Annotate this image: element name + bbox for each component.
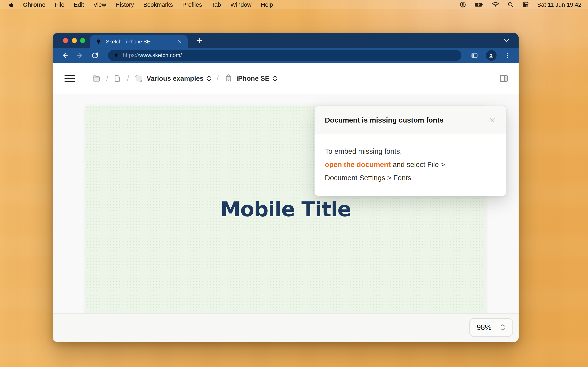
sketch-favicon-icon xyxy=(95,38,102,45)
workspace-folder-button[interactable] xyxy=(92,74,101,83)
popup-text-line2-rest: and select File > xyxy=(391,160,445,168)
popup-text-line2: open the document and select File > xyxy=(325,158,496,171)
page-select[interactable]: Various examples xyxy=(134,74,211,83)
menu-item-bookmarks[interactable]: Bookmarks xyxy=(139,1,178,8)
breadcrumb: / / Various examples / iPhone xyxy=(92,74,277,83)
popup-text-line1: To embed missing fonts, xyxy=(325,145,496,158)
battery-charging-icon[interactable] xyxy=(474,1,484,8)
menu-item-help[interactable]: Help xyxy=(256,1,278,8)
breadcrumb-separator: / xyxy=(217,74,219,83)
open-document-link[interactable]: open the document xyxy=(325,160,391,168)
toggle-right-panel-icon[interactable] xyxy=(499,74,509,83)
menu-item-window[interactable]: Window xyxy=(226,1,256,8)
page-name: Various examples xyxy=(147,75,204,82)
artboard-name: iPhone SE xyxy=(236,75,269,82)
popup-close-icon[interactable] xyxy=(489,117,496,124)
menu-item-chrome[interactable]: Chrome xyxy=(18,1,50,8)
page-frame-icon xyxy=(134,74,143,83)
menu-bar-left: Chrome File Edit View History Bookmarks … xyxy=(5,1,278,8)
menu-item-history[interactable]: History xyxy=(111,1,139,8)
traffic-lights xyxy=(63,38,85,43)
menu-item-profiles[interactable]: Profiles xyxy=(178,1,207,8)
forward-button[interactable] xyxy=(76,52,84,59)
popup-text-line3: Document Settings > Fonts xyxy=(325,171,496,184)
back-button[interactable] xyxy=(61,52,68,59)
new-tab-button[interactable] xyxy=(196,37,203,44)
zoom-control[interactable]: 98% xyxy=(469,318,513,337)
menu-item-file[interactable]: File xyxy=(50,1,69,8)
site-favicon-icon xyxy=(113,53,119,58)
browser-menu-kebab-icon[interactable] xyxy=(504,52,510,59)
apple-menu[interactable] xyxy=(5,1,18,8)
zoom-stepper-icon[interactable] xyxy=(500,324,506,331)
menu-bar-clock[interactable]: Sat 11 Jun 19:42 xyxy=(537,1,583,8)
tab-search-chevron-icon[interactable] xyxy=(503,38,510,43)
profile-avatar[interactable] xyxy=(486,50,497,61)
browser-toolbar: https://www.sketch.com/ xyxy=(53,48,519,63)
tab-strip: Sketch - iPhone SE xyxy=(53,33,519,48)
side-panel-icon[interactable] xyxy=(471,52,478,59)
design-canvas[interactable]: Mobile Title Document is missing custom … xyxy=(53,94,519,313)
minimize-window-button[interactable] xyxy=(72,38,77,43)
artboard-select[interactable]: iPhone SE xyxy=(224,74,277,83)
menu-item-edit[interactable]: Edit xyxy=(69,1,89,8)
url-bar[interactable]: https://www.sketch.com/ xyxy=(108,50,461,61)
fullscreen-window-button[interactable] xyxy=(80,38,85,43)
zoom-value[interactable]: 98% xyxy=(477,323,492,332)
document-button[interactable] xyxy=(113,74,122,83)
breadcrumb-separator: / xyxy=(127,74,129,83)
popup-header: Document is missing custom fonts xyxy=(315,106,506,134)
missing-fonts-popup: Document is missing custom fonts To embe… xyxy=(314,106,507,196)
url-scheme: https:// xyxy=(123,52,139,58)
close-window-button[interactable] xyxy=(63,38,68,43)
apple-logo-icon xyxy=(8,1,14,8)
main-menu-button[interactable] xyxy=(65,75,75,82)
tab-title: Sketch - iPhone SE xyxy=(106,39,173,45)
menu-bar-status: Sat 11 Jun 19:42 xyxy=(459,1,583,8)
url-text: https://www.sketch.com/ xyxy=(123,52,182,58)
page-stepper-icon[interactable] xyxy=(207,75,211,82)
user-account-icon[interactable] xyxy=(459,1,466,8)
reload-button[interactable] xyxy=(91,52,99,59)
artboard-easel-icon xyxy=(224,74,233,83)
popup-body: To embed missing fonts, open the documen… xyxy=(315,134,506,196)
chrome-window: Sketch - iPhone SE https://www.sketch.co… xyxy=(53,33,519,342)
wifi-icon[interactable] xyxy=(492,2,499,8)
sketch-app-header: / / Various examples / iPhone xyxy=(53,63,519,94)
tab-close-icon[interactable] xyxy=(177,39,182,44)
browser-tab[interactable]: Sketch - iPhone SE xyxy=(90,35,188,48)
bottom-bar: 98% xyxy=(53,313,519,342)
popup-title: Document is missing custom fonts xyxy=(325,116,489,124)
macos-menu-bar: Chrome File Edit View History Bookmarks … xyxy=(0,0,588,9)
url-host: www.sketch.com/ xyxy=(139,52,182,58)
artboard-text-layer: Mobile Title xyxy=(220,197,351,221)
spotlight-search-icon[interactable] xyxy=(507,1,514,8)
menu-item-tab[interactable]: Tab xyxy=(207,1,226,8)
breadcrumb-separator: / xyxy=(106,74,108,83)
artboard-stepper-icon[interactable] xyxy=(273,75,277,82)
control-center-icon[interactable] xyxy=(522,1,529,8)
menu-item-view[interactable]: View xyxy=(89,1,111,8)
